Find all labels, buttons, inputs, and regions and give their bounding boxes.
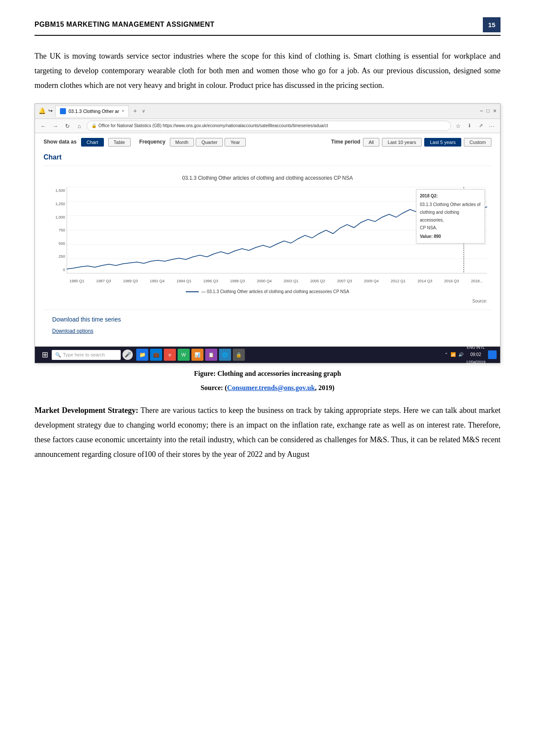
taskbar-notification[interactable] — [488, 350, 497, 359]
chart-tooltip: 2018 Q2: 03.1.3 Clothing Other articles … — [416, 189, 485, 244]
search-placeholder: Type here to search — [63, 351, 105, 359]
source-suffix: , 2019) — [315, 384, 334, 391]
system-tray-icon: ⌃ — [444, 351, 448, 359]
explorer-icon: 📁 — [139, 350, 146, 360]
tooltip-date: 2018 Q2: — [420, 192, 481, 200]
time-period-group: Time period All Last 10 years Last 5 yea… — [331, 137, 491, 147]
back-button[interactable]: ← — [38, 121, 48, 131]
network-icon: 📶 — [451, 351, 456, 359]
market-section: Market Development Strategy: There are v… — [34, 403, 501, 462]
tab-close-icon[interactable]: × — [122, 107, 124, 115]
star-button[interactable]: ☆ — [454, 121, 463, 131]
app4-icon: W — [181, 351, 186, 359]
search-icon: 🔍 — [55, 351, 61, 359]
show-data-label: Show data as — [44, 137, 77, 147]
intro-paragraph: The UK is moving towards service sector … — [34, 49, 501, 93]
home-button[interactable]: ⌂ — [75, 121, 84, 131]
taskbar-app5[interactable]: 📊 — [191, 349, 203, 361]
taskbar-lang: ENG INTL — [466, 344, 485, 351]
frequency-label: Frequency — [139, 137, 166, 147]
taskbar-app8[interactable]: 🔒 — [233, 349, 245, 361]
chart-source: Source: — [48, 297, 487, 305]
source-link[interactable]: Consumer.trends@ons.gov.uk — [227, 384, 315, 391]
last5-button[interactable]: Last 5 years — [424, 138, 461, 147]
taskbar-app7[interactable]: 🌐 — [219, 349, 231, 361]
last10-button[interactable]: Last 10 years — [382, 138, 422, 147]
volume-icon: 🔊 — [458, 351, 463, 359]
table-button[interactable]: Table — [108, 138, 131, 147]
y-label-0: 0 — [48, 266, 65, 273]
taskbar-explorer[interactable]: 📁 — [136, 349, 148, 361]
refresh-button[interactable]: ↻ — [63, 121, 72, 131]
tab-add-icon[interactable]: + — [131, 106, 138, 116]
y-label-250: 250 — [48, 253, 65, 260]
page-header: PGBM15 MARKETING MANAGEMENT ASSIGNMENT 1… — [34, 17, 501, 36]
page-title: PGBM15 MARKETING MANAGEMENT ASSIGNMENT — [34, 19, 215, 31]
download-options-link[interactable]: Download options — [52, 327, 483, 336]
address-bar[interactable]: 🔒 Office for National Statistics (GB) ht… — [87, 121, 451, 131]
browser-action-buttons: ☆ ℹ ⇗ ··· — [454, 121, 497, 131]
quarter-button[interactable]: Quarter — [196, 138, 223, 147]
month-button[interactable]: Month — [170, 138, 194, 147]
taskbar-system-tray: ⌃ 📶 🔊 ENG INTL 09:02 12/04/2019 — [444, 344, 497, 366]
taskbar-apps: 📁 💼 e W 📊 📋 🌐 🔒 — [136, 349, 245, 361]
tooltip-value: Value: 890 — [420, 233, 481, 241]
custom-button[interactable]: Custom — [464, 138, 491, 147]
microphone-icon: 🎤 — [125, 350, 131, 360]
window-close-btn[interactable]: × — [493, 106, 497, 116]
taskbar-search-box[interactable]: 🔍 Type here to search — [52, 350, 121, 360]
tooltip-line2: clothing and clothing accessories, — [420, 209, 481, 224]
window-maximize-btn[interactable]: □ — [487, 106, 490, 116]
frequency-group: Month Quarter Year — [170, 138, 246, 147]
figure-caption: Figure: Clothing and accessories increas… — [34, 368, 501, 380]
more-button[interactable]: ··· — [487, 121, 497, 131]
figure-source: Source: (Consumer.trends@ons.gov.uk, 201… — [34, 382, 501, 394]
legend-label: — 03.1.3 Clothing Other articles of clot… — [201, 288, 349, 296]
share-button[interactable]: ⇗ — [476, 121, 485, 131]
browser-tab[interactable]: 03.1.3 Clothing Other ar × — [55, 106, 129, 117]
download-title: Download this time series — [52, 314, 483, 325]
taskbar-app4[interactable]: W — [178, 349, 190, 361]
time-period-label: Time period — [331, 137, 360, 147]
tooltip-line3: CP NSA. — [420, 224, 481, 232]
taskbar-edge[interactable]: e — [164, 349, 176, 361]
window-minimize-btn[interactable]: − — [479, 106, 483, 116]
browser-controls: ← → ↻ ⌂ 🔒 Office for National Statistics… — [35, 119, 500, 133]
y-label-750: 750 — [48, 227, 65, 234]
taskbar-date: 12/04/2019 — [466, 359, 485, 366]
forward-button[interactable]: → — [50, 121, 60, 131]
start-button[interactable]: ⊞ — [38, 348, 52, 362]
legend-line-color — [186, 291, 199, 292]
browser-titlebar: 🔔 ↪ 03.1.3 Clothing Other ar × + ∨ − □ × — [35, 104, 500, 119]
tab-label: 03.1.3 Clothing Other ar — [69, 107, 119, 116]
taskbar-app2[interactable]: 💼 — [150, 349, 162, 361]
browser-icon: 🔔 — [38, 106, 46, 116]
taskbar: ⊞ 🔍 Type here to search 🎤 📁 💼 e W 📊 — [35, 347, 500, 363]
y-label-500: 500 — [48, 240, 65, 247]
taskbar-datetime: ENG INTL 09:02 12/04/2019 — [466, 344, 485, 366]
market-bold-term: Market Development Strategy: — [34, 406, 138, 415]
chart-button[interactable]: Chart — [81, 138, 104, 147]
download-section: Download this time series Download optio… — [44, 309, 491, 341]
chart-container: 03.1.3 Clothing Other articles of clothi… — [44, 169, 491, 309]
taskbar-app6[interactable]: 📋 — [205, 349, 217, 361]
tab-favicon — [60, 108, 66, 114]
browser-icon2: ↪ — [48, 106, 53, 116]
app7-icon: 🌐 — [222, 351, 228, 359]
all-button[interactable]: All — [363, 138, 379, 147]
read-mode-button[interactable]: ℹ — [465, 121, 474, 131]
y-label-1250: 1,250 — [48, 200, 65, 207]
app2-icon: 💼 — [153, 350, 160, 360]
chart-title: 03.1.3 Clothing Other articles of clothi… — [48, 174, 487, 183]
microphone-button[interactable]: 🎤 — [122, 350, 133, 360]
chart-section-heading: Chart — [44, 151, 491, 166]
edge-icon: e — [169, 351, 171, 359]
y-label-1500: 1,500 — [48, 187, 65, 194]
tooltip-line1: 03.1.3 Clothing Other articles of — [420, 201, 481, 209]
app6-icon: 📋 — [208, 351, 214, 359]
chart-legend: — 03.1.3 Clothing Other articles of clot… — [48, 288, 487, 296]
app5-icon: 📊 — [194, 351, 200, 359]
address-text: Office for National Statistics (GB) http… — [98, 122, 328, 130]
year-button[interactable]: Year — [225, 138, 245, 147]
ons-controls-row: Show data as Chart Table Frequency Month… — [44, 137, 491, 147]
